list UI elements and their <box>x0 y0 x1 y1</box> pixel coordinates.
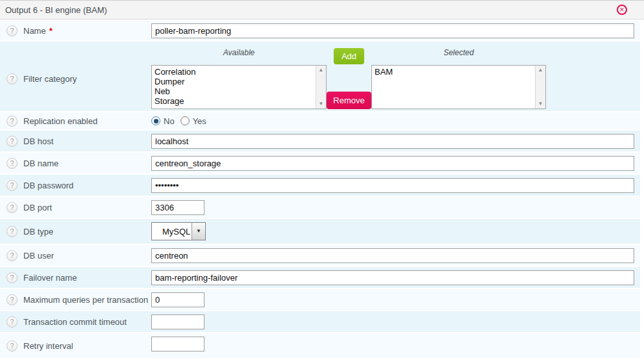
name-input[interactable] <box>151 23 634 38</box>
row-replication-enabled: ? Replication enabled No Yes <box>0 112 640 129</box>
remove-button[interactable]: Remove <box>327 92 371 109</box>
transfer-buttons: Add Remove <box>327 48 371 109</box>
required-mark: * <box>49 26 53 36</box>
row-filter-category: ? Filter category Available CorrelationD… <box>0 42 640 111</box>
label-cell: ? Failover name <box>0 272 151 283</box>
field-label: Failover name <box>23 273 77 283</box>
label-cell: ? DB port <box>0 202 151 213</box>
db-host-input[interactable] <box>151 134 634 149</box>
scroll-down-icon[interactable]: ▼ <box>319 101 324 107</box>
row-name: ? Name * <box>0 21 640 40</box>
chevron-down-icon: ▼ <box>196 229 201 234</box>
select-dropdown-button[interactable]: ▼ <box>192 223 205 240</box>
scroll-up-icon[interactable]: ▲ <box>319 68 324 73</box>
row-commit-timeout: ? Transaction commit timeout <box>0 311 640 332</box>
dual-list: Available CorrelationDumperNebStorage ▲ … <box>151 48 546 109</box>
row-db-port: ? DB port <box>0 197 640 218</box>
label-cell: ? DB name <box>0 158 151 169</box>
help-icon[interactable]: ? <box>6 116 18 127</box>
help-icon[interactable]: ? <box>6 250 18 261</box>
broker-output-form: Output 6 - BI engine (BAM) ✕ ? Name * ? … <box>0 0 644 358</box>
available-items: CorrelationDumperNebStorage <box>152 66 315 106</box>
label-cell: ? DB host <box>0 136 151 147</box>
row-db-type: ? DB type MySQL ▼ <box>0 219 640 244</box>
label-cell: ? Replication enabled <box>0 116 151 127</box>
db-name-input[interactable] <box>151 156 634 171</box>
field-label: Retry interval <box>23 341 73 351</box>
label-cell: ? Retry interval <box>0 337 151 355</box>
help-icon[interactable]: ? <box>6 73 18 84</box>
field-label: Replication enabled <box>23 116 97 126</box>
section-title: Output 6 - BI engine (BAM) <box>5 5 107 15</box>
close-icon[interactable]: ✕ <box>617 5 627 15</box>
help-icon[interactable]: ? <box>6 272 18 283</box>
field-label: Transaction commit timeout <box>23 317 127 327</box>
list-item[interactable]: Correlation <box>155 67 315 77</box>
select-value: MySQL <box>152 227 192 237</box>
field-label: DB password <box>23 181 73 190</box>
label-cell: ? DB type <box>0 226 151 237</box>
field-label: Maximum queries per transaction <box>23 295 148 305</box>
label-cell: ? DB password <box>0 180 151 191</box>
commit-timeout-input[interactable] <box>151 314 204 329</box>
field-label: DB type <box>23 227 53 237</box>
section-header: Output 6 - BI engine (BAM) ✕ <box>0 0 644 19</box>
field-label: DB port <box>23 203 52 212</box>
help-icon[interactable]: ? <box>6 25 18 36</box>
db-type-select[interactable]: MySQL ▼ <box>151 222 206 240</box>
row-max-queries: ? Maximum queries per transaction <box>0 289 640 310</box>
help-icon[interactable]: ? <box>6 158 18 169</box>
selected-listbox[interactable]: BAM ▲ ▼ <box>371 65 546 109</box>
radio-no[interactable] <box>151 116 160 125</box>
row-db-user: ? DB user <box>0 245 640 266</box>
retry-interval-input[interactable] <box>151 337 204 352</box>
label-cell: ? Name * <box>0 25 151 36</box>
row-retry-interval: ? Retry interval <box>0 333 640 358</box>
available-listbox[interactable]: CorrelationDumperNebStorage ▲ ▼ <box>151 65 327 109</box>
db-port-input[interactable] <box>151 200 204 215</box>
field-label: DB host <box>23 136 53 146</box>
failover-name-input[interactable] <box>151 270 634 285</box>
label-cell: ? Transaction commit timeout <box>0 316 151 327</box>
radio-no-label[interactable]: No <box>164 116 175 126</box>
row-db-name: ? DB name <box>0 153 640 173</box>
radio-yes[interactable] <box>180 116 190 125</box>
max-queries-input[interactable] <box>151 292 204 307</box>
field-label: Name <box>23 26 46 36</box>
scroll-up-icon[interactable]: ▲ <box>538 68 543 73</box>
row-db-password: ? DB password <box>0 175 640 196</box>
row-failover-name: ? Failover name <box>0 267 640 288</box>
selected-caption: Selected <box>371 48 546 58</box>
selected-items: BAM <box>372 66 534 77</box>
form-rows: ? Name * ? Filter category Available Cor… <box>0 19 644 358</box>
db-password-input[interactable] <box>151 178 634 193</box>
scrollbar[interactable]: ▲ ▼ <box>316 66 326 109</box>
scroll-down-icon[interactable]: ▼ <box>538 101 543 107</box>
list-item[interactable]: Storage <box>155 96 315 106</box>
field-label: DB user <box>23 251 54 261</box>
list-item[interactable]: Dumper <box>155 77 315 86</box>
available-column: Available CorrelationDumperNebStorage ▲ … <box>151 48 327 109</box>
list-item[interactable]: Neb <box>155 86 315 96</box>
list-item[interactable]: BAM <box>375 67 534 77</box>
help-icon[interactable]: ? <box>6 202 18 213</box>
help-icon[interactable]: ? <box>6 294 18 305</box>
replication-radio-group: No Yes <box>151 116 212 126</box>
label-cell: ? Filter category <box>0 48 151 109</box>
selected-column: Selected BAM ▲ ▼ <box>371 48 546 109</box>
db-user-input[interactable] <box>151 248 634 263</box>
field-label: Filter category <box>23 74 77 84</box>
help-icon[interactable]: ? <box>6 136 18 147</box>
help-icon[interactable]: ? <box>6 340 18 352</box>
label-cell: ? Maximum queries per transaction <box>0 294 151 305</box>
help-icon[interactable]: ? <box>6 316 18 327</box>
row-db-host: ? DB host <box>0 131 640 151</box>
scrollbar[interactable]: ▲ ▼ <box>535 66 545 109</box>
help-icon[interactable]: ? <box>6 180 18 191</box>
available-caption: Available <box>151 48 327 58</box>
radio-yes-label[interactable]: Yes <box>193 116 206 126</box>
help-icon[interactable]: ? <box>6 226 18 237</box>
field-label: DB name <box>23 159 58 168</box>
label-cell: ? DB user <box>0 250 151 261</box>
add-button[interactable]: Add <box>334 48 364 64</box>
